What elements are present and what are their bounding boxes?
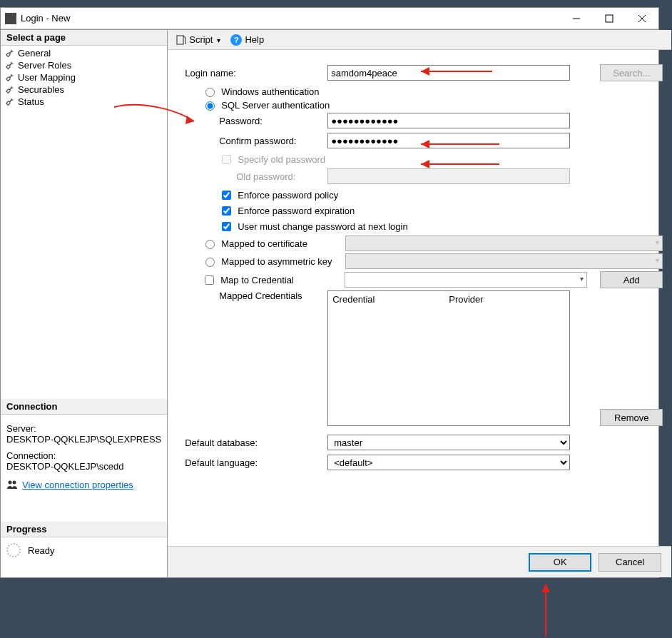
must-change-label: User must change password at next login	[238, 221, 407, 232]
add-credential-button[interactable]: Add	[600, 271, 663, 288]
page-server-roles[interactable]: Server Roles	[4, 59, 164, 71]
mapped-asym-radio-input[interactable]	[205, 258, 215, 267]
confirm-password-label: Confirm password:	[185, 136, 327, 146]
wrench-icon	[5, 49, 15, 59]
spinner-icon	[6, 543, 21, 557]
specify-old-password-checkbox: Specify old password	[219, 153, 663, 166]
login-name-input[interactable]	[327, 65, 570, 81]
login-new-window: Login - New Select a page General Server…	[0, 7, 659, 578]
must-change-checkbox[interactable]: User must change password at next login	[219, 220, 663, 233]
windows-auth-radio-input[interactable]	[205, 88, 215, 97]
progress-state: Ready	[28, 545, 55, 556]
maximize-button[interactable]	[593, 8, 626, 29]
page-status[interactable]: Status	[4, 96, 164, 108]
script-button[interactable]: Script	[173, 33, 223, 46]
password-label: Password:	[185, 116, 327, 126]
login-name-label: Login name:	[185, 68, 327, 79]
remove-credential-button[interactable]: Remove	[600, 409, 663, 426]
page-user-mapping[interactable]: User Mapping	[4, 71, 164, 83]
progress-header: Progress	[1, 522, 167, 537]
general-form: Login name: Search... Windows authentica…	[168, 50, 671, 546]
default-database-select[interactable]: master	[327, 435, 570, 450]
page-label: Server Roles	[18, 60, 71, 71]
connection-panel: Server: DESKTOP-QQKLEJP\SQLEXPRESS Conne…	[1, 415, 167, 493]
connection-header: Connection	[1, 399, 167, 415]
enforce-expiration-label: Enforce password expiration	[238, 206, 355, 216]
mapped-asym-label: Mapped to asymmetric key	[221, 256, 341, 267]
svg-rect-1	[606, 15, 613, 22]
map-to-credential-checkbox[interactable]: Map to Credential ▾ Add	[202, 271, 663, 288]
must-change-input[interactable]	[222, 222, 231, 231]
help-label: Help	[245, 34, 264, 45]
col-credential: Credential	[332, 294, 449, 305]
default-language-label: Default language:	[185, 457, 327, 468]
old-password-input	[327, 168, 570, 184]
sql-auth-radio-input[interactable]	[205, 101, 215, 111]
people-icon	[6, 479, 18, 490]
sidebar: Select a page General Server Roles User …	[1, 30, 168, 577]
page-label: Status	[18, 96, 44, 107]
mapped-credentials-label: Mapped Credentials	[185, 290, 327, 301]
map-to-credential-label: Map to Credential	[220, 275, 340, 285]
certificate-combo: ▾	[345, 236, 663, 251]
asym-key-combo: ▾	[345, 253, 663, 269]
search-button[interactable]: Search...	[600, 64, 663, 81]
app-icon	[5, 13, 16, 24]
cancel-button[interactable]: Cancel	[599, 553, 661, 572]
password-input[interactable]	[327, 113, 570, 128]
sql-auth-radio[interactable]: SQL Server authentication	[202, 99, 663, 111]
specify-old-password-input	[222, 155, 231, 164]
mapped-cert-label: Mapped to certificate	[221, 238, 341, 249]
server-value: DESKTOP-QQKLEJP\SQLEXPRESS	[6, 434, 161, 445]
chevron-down-icon	[215, 34, 220, 45]
page-securables[interactable]: Securables	[4, 83, 164, 96]
chevron-down-icon: ▾	[580, 275, 584, 283]
sql-auth-label: SQL Server authentication	[221, 100, 330, 111]
default-database-label: Default database:	[185, 437, 327, 448]
help-button[interactable]: ? Help	[228, 33, 267, 47]
progress-panel: Ready	[1, 537, 167, 563]
connection-value: DESKTOP-QQKLEJP\scedd	[6, 461, 161, 472]
titlebar: Login - New	[1, 8, 658, 29]
page-label: User Mapping	[18, 72, 76, 83]
windows-auth-radio[interactable]: Windows authentication	[202, 86, 663, 97]
mapped-to-asym-radio[interactable]: Mapped to asymmetric key ▾	[202, 253, 663, 269]
map-to-credential-input[interactable]	[205, 275, 214, 285]
minimize-button[interactable]	[560, 8, 593, 29]
enforce-policy-input[interactable]	[222, 191, 231, 200]
svg-rect-6	[177, 36, 183, 44]
credential-combo[interactable]: ▾	[345, 272, 587, 288]
page-list: General Server Roles User Mapping Secura…	[1, 46, 167, 109]
wrench-icon	[5, 73, 15, 83]
enforce-expiration-input[interactable]	[222, 206, 231, 216]
wrench-icon	[5, 97, 15, 107]
enforce-policy-checkbox[interactable]: Enforce password policy	[219, 188, 663, 202]
script-label: Script	[189, 34, 213, 45]
page-general[interactable]: General	[4, 47, 164, 59]
confirm-password-input[interactable]	[327, 133, 570, 148]
default-language-select[interactable]: <default>	[327, 455, 570, 470]
ok-button[interactable]: OK	[529, 553, 591, 572]
close-button[interactable]	[626, 8, 658, 29]
page-label: Securables	[18, 84, 64, 95]
help-icon: ?	[230, 34, 242, 46]
toolbar: Script ? Help	[168, 30, 671, 50]
connection-label: Connection:	[6, 450, 161, 461]
chevron-down-icon: ▾	[656, 238, 659, 246]
mapped-cert-radio-input[interactable]	[205, 240, 215, 249]
main-panel: Script ? Help Login name: Search...	[168, 30, 671, 577]
dialog-footer: OK Cancel	[168, 546, 671, 577]
window-title: Login - New	[21, 13, 560, 24]
chevron-down-icon: ▾	[656, 256, 659, 264]
page-label: General	[18, 48, 51, 59]
specify-old-password-label: Specify old password	[238, 154, 325, 165]
script-icon	[176, 35, 186, 45]
enforce-expiration-checkbox[interactable]: Enforce password expiration	[219, 204, 663, 218]
sidebar-header: Select a page	[1, 30, 167, 46]
view-connection-properties-link[interactable]: View connection properties	[22, 480, 133, 490]
mapped-to-certificate-radio[interactable]: Mapped to certificate ▾	[202, 236, 663, 251]
old-password-label: Old password:	[185, 171, 327, 182]
wrench-icon	[5, 61, 15, 71]
svg-point-4	[9, 481, 12, 485]
mapped-credentials-list[interactable]: Credential Provider	[327, 290, 570, 426]
